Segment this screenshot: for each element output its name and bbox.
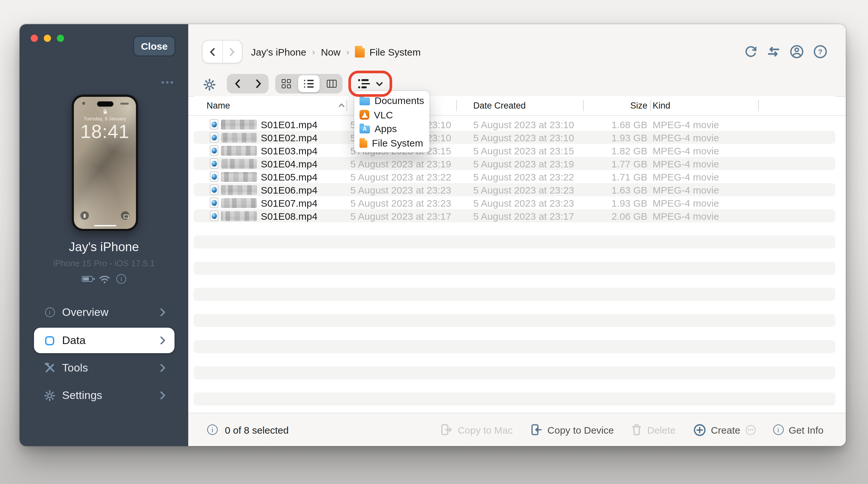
sort-ascending-icon (339, 103, 344, 107)
table-row[interactable]: S01E02.mp4 5 August 2023 at 23:10 5 Augu… (193, 131, 835, 144)
column-header-name[interactable]: Name (193, 101, 346, 111)
empty-row-stripe (193, 393, 835, 405)
breadcrumb-section[interactable]: Now (321, 46, 341, 57)
empty-row-stripe (193, 262, 835, 275)
help-icon[interactable]: ? (813, 45, 828, 59)
more-options-button[interactable] (159, 79, 176, 86)
column-header-kind[interactable]: Kind (650, 101, 758, 111)
view-columns-button[interactable] (320, 74, 342, 93)
censored-thumbnail (221, 119, 257, 129)
movie-file-icon (210, 210, 218, 221)
gear-icon (44, 390, 56, 401)
create-more-icon[interactable] (745, 425, 755, 435)
column-header-size[interactable]: Size (583, 101, 650, 111)
camera-icon (121, 211, 129, 220)
selection-count: 0 of 8 selected (225, 424, 288, 435)
menu-item-apps[interactable]: Apps (354, 122, 429, 136)
movie-file-icon (210, 198, 218, 208)
device-name: Jay's iPhone (20, 240, 188, 254)
home-indicator (94, 225, 116, 226)
table-row[interactable]: S01E07.mp4 5 August 2023 at 23:23 5 Augu… (193, 196, 835, 209)
empty-row-stripe (193, 235, 835, 249)
status-bar: i 0 of 8 selected Copy to Mac (188, 413, 846, 446)
close-window-icon[interactable] (31, 35, 38, 42)
table-row[interactable]: S01E06.mp4 5 August 2023 at 23:23 5 Augu… (193, 183, 835, 196)
column-divider[interactable] (456, 100, 457, 111)
forward-button[interactable] (222, 40, 242, 63)
movie-file-icon (210, 119, 218, 130)
wifi-icon (99, 274, 111, 284)
table-header: Name Date Modified Date Created Size Kin… (193, 96, 835, 115)
breadcrumb-separator: › (346, 47, 349, 57)
device-preview: Tuesday, 9 January 18:41 (72, 95, 138, 231)
lock-screen-time: 18:41 (74, 121, 136, 143)
breadcrumb-separator: › (312, 47, 315, 57)
table-header-divider (188, 115, 846, 116)
folder-forward-button[interactable] (248, 74, 269, 93)
column-divider[interactable] (650, 100, 651, 111)
account-icon[interactable] (789, 45, 804, 59)
column-header-date-created[interactable]: Date Created (456, 101, 583, 111)
view-list-button[interactable] (298, 75, 320, 92)
location-dropdown-button[interactable] (353, 74, 388, 93)
table-row[interactable]: S01E01.mp4 5 August 2023 at 23:10 5 Augu… (193, 118, 835, 131)
vlc-icon (360, 110, 369, 120)
zoom-window-icon[interactable] (57, 35, 64, 42)
censored-thumbnail (221, 133, 257, 142)
info-circle-icon: i (773, 425, 783, 435)
breadcrumb-location[interactable]: File System (355, 46, 421, 58)
column-divider[interactable] (346, 100, 347, 111)
dynamic-island (97, 102, 113, 106)
folder-back-button[interactable] (227, 74, 248, 93)
import-to-device-icon (530, 424, 542, 436)
empty-row-stripe (193, 340, 835, 353)
folder-icon (360, 97, 370, 105)
tools-icon (44, 362, 56, 374)
sidebar-item-settings[interactable]: Settings (34, 382, 175, 408)
view-grid-button[interactable] (275, 74, 297, 93)
column-divider[interactable] (583, 100, 583, 111)
info-circle-icon: i (44, 307, 56, 318)
copy-to-device-button[interactable]: Copy to Device (530, 424, 614, 436)
svg-text:?: ? (818, 48, 822, 56)
movie-file-icon (210, 184, 218, 195)
movie-file-icon (210, 158, 218, 169)
breadcrumb-device[interactable]: Jay's iPhone (251, 46, 306, 57)
list-icon (304, 80, 314, 88)
minimize-window-icon[interactable] (44, 35, 51, 42)
sidebar-item-tools[interactable]: Tools (34, 355, 175, 381)
toolbar (188, 70, 846, 97)
sidebar-item-data[interactable]: Data (34, 328, 175, 353)
main-content: Jay's iPhone › Now › File System (188, 24, 846, 446)
censored-thumbnail (221, 172, 257, 181)
transfer-icon[interactable] (767, 46, 780, 58)
menu-item-vlc[interactable]: VLC (354, 108, 429, 122)
chevron-down-icon (376, 81, 383, 86)
create-button[interactable]: Create (693, 424, 755, 436)
file-icon (360, 138, 367, 148)
file-system-icon (355, 46, 365, 58)
copy-to-mac-button[interactable]: Copy to Mac (441, 424, 513, 436)
get-info-button[interactable]: i Get Info (773, 424, 824, 435)
view-settings-gear-icon[interactable] (203, 79, 216, 91)
column-divider[interactable] (758, 100, 759, 111)
back-button[interactable] (203, 40, 222, 63)
location-dropdown-menu: Documents VLC Apps File System (354, 91, 429, 152)
table-row[interactable]: S01E08.mp4 5 August 2023 at 23:17 5 Augu… (193, 209, 835, 222)
columns-icon (327, 80, 336, 88)
delete-button[interactable]: Delete (631, 424, 676, 436)
device-info-icon[interactable]: i (116, 274, 126, 284)
table-row[interactable]: S01E04.mp4 5 August 2023 at 23:19 5 Augu… (193, 157, 835, 170)
selection-info-icon: i (207, 425, 218, 435)
close-device-button[interactable]: Close (133, 36, 175, 56)
trash-icon (631, 424, 642, 436)
menu-item-file-system[interactable]: File System (354, 136, 429, 150)
movie-file-icon (210, 171, 218, 182)
table-row[interactable]: S01E03.mp4 5 August 2023 at 23:15 5 Augu… (193, 144, 835, 157)
table-row[interactable]: S01E05.mp4 5 August 2023 at 23:22 5 Augu… (193, 170, 835, 183)
sidebar-item-overview[interactable]: i Overview (34, 300, 175, 325)
menu-item-documents[interactable]: Documents (354, 93, 429, 108)
chevron-right-icon (160, 391, 165, 400)
refresh-icon[interactable] (744, 45, 757, 59)
traffic-lights (31, 35, 64, 42)
